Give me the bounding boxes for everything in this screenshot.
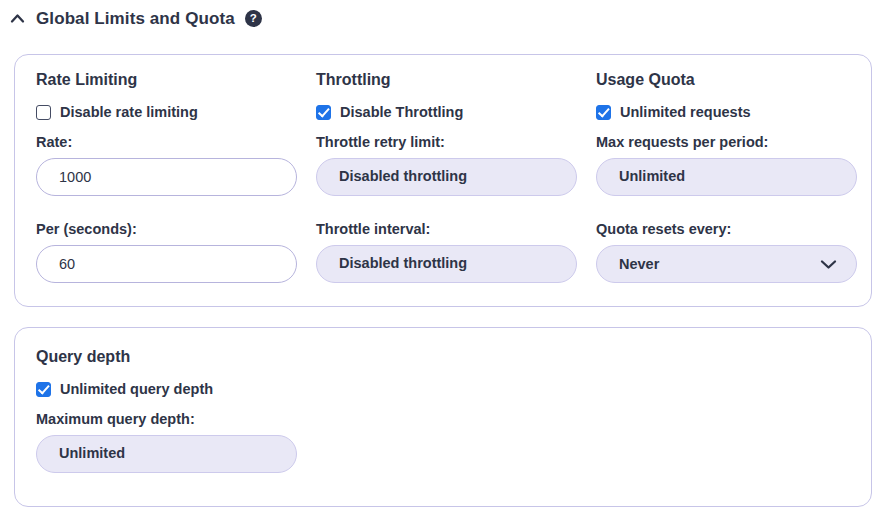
usage-quota-heading: Usage Quota xyxy=(596,71,857,89)
chevron-up-icon[interactable] xyxy=(10,13,25,24)
chevron-down-icon xyxy=(820,259,837,270)
column-usage-quota: Usage Quota Unlimited requests Max reque… xyxy=(596,71,857,283)
per-seconds-input[interactable] xyxy=(36,245,297,283)
throttle-interval-input: Disabled throttling xyxy=(316,245,577,283)
column-rate-limiting: Rate Limiting Disable rate limiting Rate… xyxy=(36,71,297,283)
unlimited-query-depth-label: Unlimited query depth xyxy=(60,381,213,397)
disable-rate-limiting-checkbox[interactable] xyxy=(36,105,51,120)
rate-limiting-heading: Rate Limiting xyxy=(36,71,297,89)
unlimited-query-depth-checkbox[interactable] xyxy=(36,382,51,397)
rate-input[interactable] xyxy=(36,158,297,196)
max-query-depth-input: Unlimited xyxy=(36,435,297,473)
throttle-interval-label: Throttle interval: xyxy=(316,221,577,237)
column-query-depth: Query depth Unlimited query depth Maximu… xyxy=(36,348,297,473)
rate-label: Rate: xyxy=(36,134,297,150)
disable-throttling-label: Disable Throttling xyxy=(340,104,463,120)
throttle-retry-limit-label: Throttle retry limit: xyxy=(316,134,577,150)
help-icon[interactable]: ? xyxy=(245,10,262,27)
max-requests-label: Max requests per period: xyxy=(596,134,857,150)
max-requests-input: Unlimited xyxy=(596,158,857,196)
quota-resets-select[interactable]: Never xyxy=(596,245,857,283)
throttle-retry-limit-input: Disabled throttling xyxy=(316,158,577,196)
disable-rate-limiting-label: Disable rate limiting xyxy=(60,104,198,120)
quota-resets-label: Quota resets every: xyxy=(596,221,857,237)
query-depth-heading: Query depth xyxy=(36,348,297,366)
throttling-heading: Throttling xyxy=(316,71,577,89)
section-header: Global Limits and Quota ? xyxy=(0,0,885,28)
max-query-depth-label: Maximum query depth: xyxy=(36,411,297,427)
unlimited-requests-checkbox[interactable] xyxy=(596,105,611,120)
query-depth-card: Query depth Unlimited query depth Maximu… xyxy=(14,327,872,507)
disable-throttling-checkbox[interactable] xyxy=(316,105,331,120)
quota-resets-value: Never xyxy=(619,256,659,272)
column-throttling: Throttling Disable Throttling Throttle r… xyxy=(316,71,577,283)
page-title: Global Limits and Quota xyxy=(36,9,235,29)
unlimited-requests-label: Unlimited requests xyxy=(620,104,751,120)
per-seconds-label: Per (seconds): xyxy=(36,221,297,237)
limits-card: Rate Limiting Disable rate limiting Rate… xyxy=(14,54,872,307)
